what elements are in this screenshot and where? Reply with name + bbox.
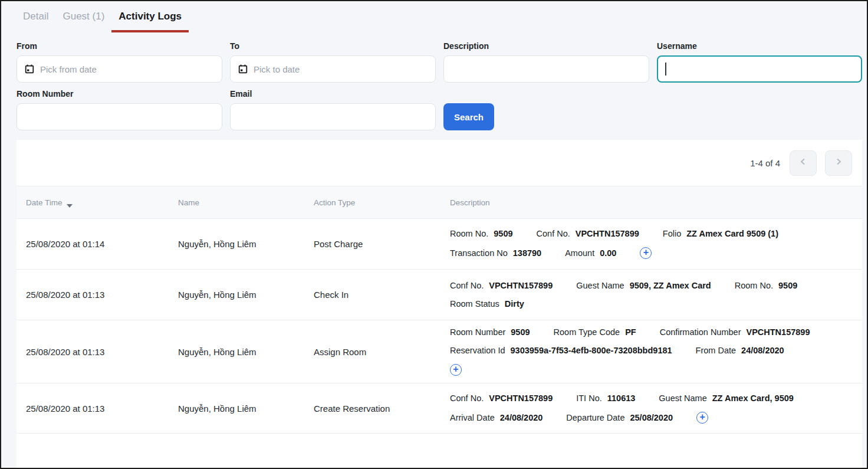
filter-panel: From To Description Usern: [17, 41, 862, 130]
column-header-description[interactable]: Description: [450, 198, 853, 207]
description-label: Description: [443, 41, 649, 51]
detail-label: Confirmation Number: [660, 327, 741, 337]
username-label: Username: [657, 41, 862, 51]
username-field[interactable]: [657, 55, 862, 83]
calendar-icon[interactable]: [25, 64, 34, 74]
expand-plus-icon[interactable]: [696, 412, 708, 424]
email-input[interactable]: [238, 112, 428, 122]
pagination-bar: 1-4 of 4: [17, 140, 862, 186]
detail-value: 138790: [513, 248, 541, 258]
cell-date-time: 25/08/2020 at 01:13: [26, 404, 178, 414]
room-number-label: Room Number: [17, 89, 222, 99]
expand-plus-icon[interactable]: [450, 364, 462, 376]
tab-bar: Detail Guest (1) Activity Logs: [16, 6, 189, 32]
detail-label: Room Type Code: [554, 327, 620, 337]
cell-action-type: Create Reservation: [314, 404, 450, 414]
detail-label: Conf No.: [450, 393, 484, 403]
detail-value: 0.00: [600, 248, 616, 258]
table-row: 25/08/2020 at 01:14 Nguyễn, Hồng Liêm Po…: [17, 218, 862, 269]
detail-value: ZZ Amex Card, 9509: [712, 393, 794, 403]
cell-date-time: 25/08/2020 at 01:13: [26, 347, 178, 357]
from-date-input[interactable]: [40, 64, 214, 74]
detail-value: ZZ Amex Card 9509 (1): [686, 229, 778, 238]
detail-value: PF: [625, 327, 636, 337]
calendar-icon[interactable]: [238, 64, 248, 74]
detail-label: Amount: [565, 248, 594, 258]
detail-label: Room Status: [450, 299, 499, 309]
sort-desc-icon: [67, 204, 73, 208]
detail-label: Departure Date: [566, 413, 624, 422]
detail-value: 9509: [494, 229, 512, 238]
cell-action-type: Post Charge: [314, 239, 450, 249]
to-label: To: [230, 41, 436, 51]
column-header-label: Date Time: [26, 198, 63, 207]
detail-label: Room No.: [450, 229, 488, 238]
cell-description: Conf No.VPCHTN157899 ITI No.110613 Guest…: [450, 393, 853, 424]
detail-label: Folio: [663, 229, 681, 238]
detail-value: 9509, ZZ Amex Card: [630, 281, 711, 290]
detail-value: VPCHTN157899: [489, 393, 553, 403]
username-input[interactable]: [672, 64, 854, 74]
detail-value: 9303959a-7f53-4efb-800e-73208bbd9181: [511, 346, 672, 355]
cell-name: Nguyễn, Hồng Liêm: [178, 239, 314, 249]
email-field[interactable]: [230, 103, 436, 130]
column-header-action-type[interactable]: Action Type: [314, 198, 450, 207]
from-date-field[interactable]: [17, 55, 222, 83]
cell-name: Nguyễn, Hồng Liêm: [178, 404, 314, 414]
description-input[interactable]: [452, 64, 641, 74]
table-row: 25/08/2020 at 01:13 Nguyễn, Hồng Liêm Ch…: [17, 269, 862, 320]
cell-date-time: 25/08/2020 at 01:13: [26, 290, 178, 300]
cell-description: Room Number9509 Room Type CodePF Confirm…: [450, 327, 853, 376]
detail-label: Guest Name: [659, 393, 706, 403]
tab-activity-logs[interactable]: Activity Logs: [111, 6, 189, 32]
table-row: 25/08/2020 at 01:13 Nguyễn, Hồng Liêm Cr…: [17, 383, 862, 434]
chevron-right-icon: [834, 157, 843, 169]
detail-label: Conf No.: [450, 281, 484, 290]
prev-page-button[interactable]: [790, 150, 817, 176]
to-date-input[interactable]: [254, 64, 428, 74]
table-row: 25/08/2020 at 01:13 Nguyễn, Hồng Liêm As…: [17, 320, 862, 383]
to-date-field[interactable]: [230, 55, 436, 83]
detail-value: 9509: [778, 281, 797, 290]
cell-action-type: Check In: [314, 290, 450, 300]
cell-description: Conf No.VPCHTN157899 Guest Name9509, ZZ …: [450, 281, 853, 309]
from-label: From: [17, 41, 222, 51]
app-window: Detail Guest (1) Activity Logs From To: [0, 0, 868, 469]
email-label: Email: [230, 89, 436, 99]
cell-date-time: 25/08/2020 at 01:14: [26, 239, 178, 249]
chevron-left-icon: [798, 157, 808, 169]
search-button[interactable]: Search: [443, 103, 494, 130]
expand-plus-icon[interactable]: [640, 247, 652, 259]
detail-label: Room No.: [735, 281, 773, 290]
description-field[interactable]: [443, 55, 649, 83]
text-cursor: [665, 63, 666, 76]
tab-detail[interactable]: Detail: [16, 6, 55, 32]
detail-label: Reservation Id: [450, 346, 505, 355]
pagination-range: 1-4 of 4: [750, 158, 780, 168]
detail-value: VPCHTN157899: [746, 327, 810, 337]
cell-action-type: Assign Room: [314, 347, 450, 357]
column-header-date-time[interactable]: Date Time: [26, 198, 178, 207]
detail-value: VPCHTN157899: [489, 281, 553, 290]
detail-value: 25/08/2020: [630, 413, 673, 422]
column-header-name[interactable]: Name: [178, 198, 314, 207]
table-header: Date Time Name Action Type Description: [17, 186, 862, 218]
cell-name: Nguyễn, Hồng Liêm: [178, 347, 314, 357]
tab-guest[interactable]: Guest (1): [55, 6, 111, 32]
results-card: 1-4 of 4 Date Time Name Action Type Desc…: [17, 140, 862, 468]
detail-value: Dirty: [505, 299, 524, 309]
room-number-field[interactable]: [17, 103, 222, 130]
detail-label: ITI No.: [576, 393, 602, 403]
detail-label: Room Number: [450, 327, 505, 337]
cell-name: Nguyễn, Hồng Liêm: [178, 290, 314, 300]
detail-label: Guest Name: [576, 281, 624, 290]
room-number-input[interactable]: [25, 112, 214, 122]
detail-label: Transaction No: [450, 248, 508, 258]
detail-value: VPCHTN157899: [576, 229, 639, 238]
next-page-button[interactable]: [825, 150, 852, 176]
detail-label: From Date: [696, 346, 737, 355]
cell-description: Room No.9509 Conf No.VPCHTN157899 FolioZ…: [450, 229, 853, 259]
detail-label: Arrival Date: [450, 413, 495, 422]
detail-value: 9509: [511, 327, 530, 337]
detail-value: 110613: [607, 393, 636, 403]
